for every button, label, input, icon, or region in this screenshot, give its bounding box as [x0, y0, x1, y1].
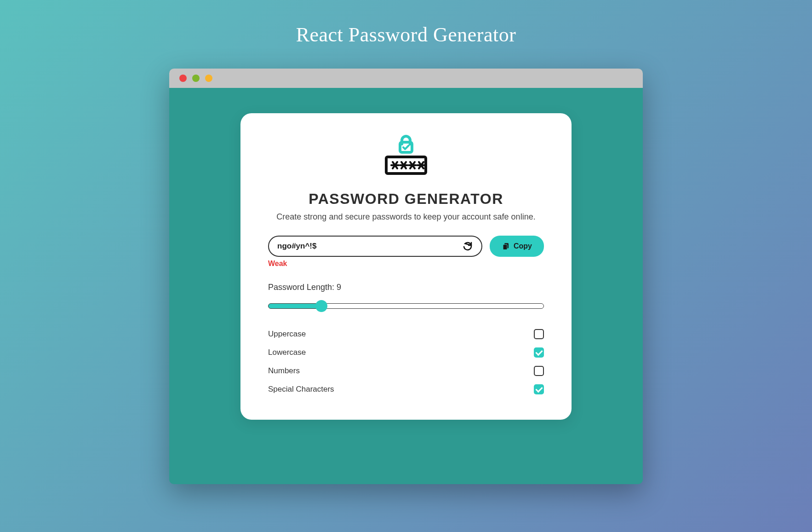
option-row: Numbers: [268, 366, 544, 376]
window-minimize-icon[interactable]: [192, 75, 200, 82]
app-window: PASSWORD GENERATOR Create strong and sec…: [169, 69, 643, 484]
svg-rect-15: [503, 244, 507, 249]
copy-icon: [502, 242, 510, 250]
option-checkbox[interactable]: [534, 366, 544, 376]
option-label: Special Characters: [268, 385, 334, 394]
strength-indicator: Weak: [268, 260, 544, 268]
logo: [268, 134, 544, 182]
option-label: Uppercase: [268, 330, 306, 339]
option-row: Uppercase: [268, 329, 544, 339]
option-checkbox[interactable]: [534, 384, 544, 394]
copy-button-label: Copy: [514, 242, 532, 250]
window-body: PASSWORD GENERATOR Create strong and sec…: [169, 88, 643, 484]
window-titlebar: [169, 69, 643, 88]
password-value: ngo#yn^!$: [277, 242, 317, 251]
length-slider[interactable]: [268, 303, 544, 309]
option-label: Numbers: [268, 366, 300, 376]
option-label: Lowercase: [268, 348, 306, 357]
window-maximize-icon[interactable]: [205, 75, 212, 82]
option-checkbox[interactable]: [534, 347, 544, 358]
option-row: Special Characters: [268, 384, 544, 394]
password-lock-icon: [376, 134, 436, 182]
copy-button[interactable]: Copy: [490, 236, 544, 257]
option-checkbox[interactable]: [534, 329, 544, 339]
option-row: Lowercase: [268, 347, 544, 358]
length-label: Password Length: 9: [268, 283, 544, 292]
generator-card: PASSWORD GENERATOR Create strong and sec…: [240, 113, 572, 420]
password-output-field: ngo#yn^!$: [268, 236, 482, 257]
card-subtitle: Create strong and secure passwords to ke…: [268, 211, 544, 223]
page-title: React Password Generator: [296, 23, 516, 46]
window-close-icon[interactable]: [179, 75, 187, 82]
card-title: PASSWORD GENERATOR: [268, 191, 544, 208]
options-list: UppercaseLowercaseNumbersSpecial Charact…: [268, 329, 544, 394]
length-slider-container: [268, 302, 544, 311]
password-row: ngo#yn^!$ Copy: [268, 236, 544, 257]
refresh-icon[interactable]: [462, 241, 473, 252]
